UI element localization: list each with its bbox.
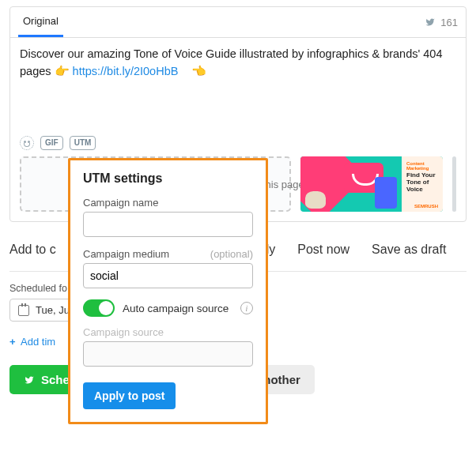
pointer-right-emoji: 👉 (55, 64, 70, 77)
character-counter: 161 (425, 17, 458, 28)
preview-scrollbar[interactable] (452, 156, 456, 212)
compose-toolbar: GIF UTM (10, 133, 466, 156)
post-now-option[interactable]: Post now (297, 243, 349, 265)
campaign-name-input[interactable] (83, 212, 253, 237)
tab-original[interactable]: Original (18, 7, 63, 37)
preview-brand: SEMRUSH (414, 204, 438, 209)
campaign-source-label: Campaign source (83, 326, 253, 338)
utm-title: UTM settings (83, 171, 253, 186)
calendar-icon (18, 305, 29, 316)
twitter-icon (24, 375, 35, 385)
optional-hint: (optional) (210, 248, 253, 260)
compose-text[interactable]: Discover our amazing Tone of Voice Guide… (10, 38, 466, 133)
campaign-source-input (83, 341, 253, 367)
compose-tabs: Original 161 (10, 7, 466, 38)
campaign-medium-input[interactable] (83, 263, 253, 288)
add-to-queue-option[interactable]: Add to c (9, 243, 56, 265)
preview-headline: Find Your Tone of Voice (406, 172, 438, 193)
info-icon[interactable]: i (240, 302, 253, 314)
campaign-name-label: Campaign name (83, 197, 253, 209)
preview-category: Content Marketing (406, 161, 438, 171)
auto-campaign-source-label: Auto campaign source (123, 303, 232, 314)
pointer-left-emoji: 👈 (191, 64, 206, 77)
apply-to-post-button[interactable]: Apply to post (83, 382, 176, 409)
plus-icon: + (9, 336, 16, 348)
gif-button[interactable]: GIF (40, 136, 63, 150)
utm-button[interactable]: UTM (70, 136, 96, 150)
compose-link[interactable]: https://bit.ly/2I0oHbB (73, 65, 179, 77)
emoji-picker-icon[interactable] (20, 136, 34, 150)
auto-campaign-source-toggle[interactable] (83, 299, 115, 317)
char-count-value: 161 (440, 17, 458, 28)
campaign-medium-label: Campaign medium (optional) (83, 248, 253, 260)
save-draft-option[interactable]: Save as draft (372, 243, 446, 265)
scheduled-date-value: Tue, Jul (36, 304, 72, 316)
add-time-label: Add tim (21, 336, 55, 348)
utm-settings-popover: UTM settings Campaign name Campaign medi… (68, 158, 268, 424)
twitter-icon (425, 17, 436, 27)
link-preview-card[interactable]: Content Marketing Find Your Tone of Voic… (300, 156, 443, 212)
